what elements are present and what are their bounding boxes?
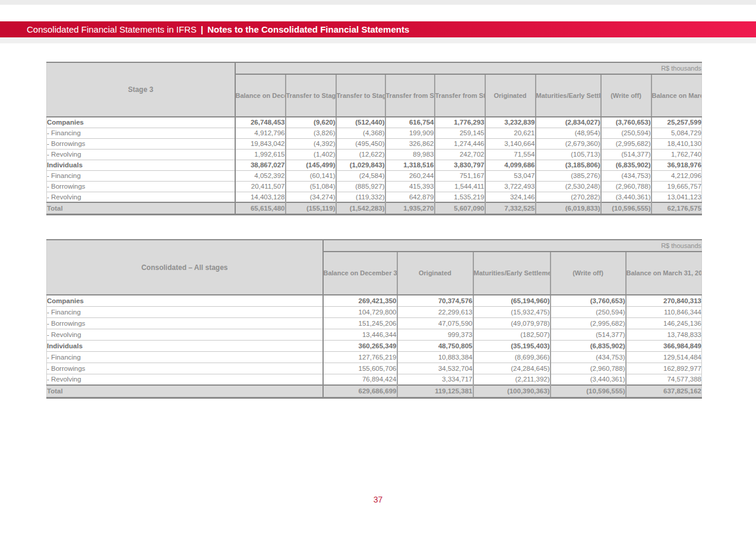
cell-value: 36,918,976 bbox=[651, 160, 702, 170]
column-header: Balance on December 31, 2023 bbox=[323, 252, 397, 295]
cell-value: 20,621 bbox=[485, 128, 536, 138]
cell-value: (1,029,843) bbox=[336, 160, 385, 170]
cell-value: (10,596,555) bbox=[601, 202, 651, 214]
column-header: (Write off) bbox=[601, 74, 651, 117]
cell-value: 19,665,757 bbox=[651, 181, 702, 192]
table-row: - Borrowings151,245,20647,075,590(49,079… bbox=[47, 317, 702, 329]
cell-value: 62,176,575 bbox=[651, 202, 702, 214]
unit-label: R$ thousands bbox=[235, 62, 702, 74]
cell-value: 14,403,128 bbox=[235, 192, 286, 202]
column-header: Originated bbox=[397, 252, 473, 295]
cell-value: (1,402) bbox=[286, 149, 336, 160]
row-label: Total bbox=[47, 202, 235, 214]
cell-value: (10,596,555) bbox=[551, 385, 626, 398]
cell-value: 360,265,349 bbox=[323, 340, 397, 351]
cell-value: 751,167 bbox=[435, 170, 485, 181]
table-row: - Revolving13,446,344999,373(182,507)(51… bbox=[47, 329, 702, 340]
cell-value: 22,299,613 bbox=[397, 306, 473, 317]
cell-value: (2,530,248) bbox=[536, 181, 601, 192]
column-header: Balance on March 31, 2024 bbox=[626, 252, 702, 295]
cell-value: 53,047 bbox=[485, 170, 536, 181]
table-row: - Financing104,729,80022,299,613(15,932,… bbox=[47, 306, 702, 317]
cell-value: (3,760,653) bbox=[551, 295, 626, 306]
row-label: - Revolving bbox=[47, 374, 323, 385]
cell-value: 259,145 bbox=[435, 128, 485, 138]
table-row: - Financing127,765,21910,883,384(8,699,3… bbox=[47, 351, 702, 363]
column-header: Transfer to Stage 2 bbox=[336, 74, 385, 117]
cell-value: 366,984,849 bbox=[626, 340, 702, 351]
cell-value: 25,257,599 bbox=[651, 117, 702, 128]
cell-value: 629,686,699 bbox=[323, 385, 397, 398]
row-label: Companies bbox=[47, 117, 235, 128]
cell-value: (3,440,361) bbox=[551, 374, 626, 385]
row-label: Total bbox=[47, 385, 323, 398]
column-header: Maturities/Early Settlements bbox=[473, 252, 551, 295]
row-label: - Borrowings bbox=[47, 363, 323, 374]
table-row: - Financing4,912,796(3,826)(4,368)199,90… bbox=[47, 128, 702, 138]
consolidated-all-stages-table: Consolidated – All stagesR$ thousandsBal… bbox=[46, 239, 702, 399]
cell-value: (48,954) bbox=[536, 128, 601, 138]
top-page-strip bbox=[0, 0, 756, 5]
total-row: Total65,615,480(155,119)(1,542,283)1,935… bbox=[47, 202, 702, 214]
unit-label: R$ thousands bbox=[323, 240, 702, 252]
header-sub-strip bbox=[0, 37, 756, 43]
cell-value: 71,554 bbox=[485, 149, 536, 160]
cell-value: (35,195,403) bbox=[473, 340, 551, 351]
column-header: Balance on December 31, 2023 bbox=[235, 74, 286, 117]
cell-value: 260,244 bbox=[385, 170, 435, 181]
cell-value: 129,514,484 bbox=[626, 351, 702, 363]
cell-value: (250,594) bbox=[601, 128, 651, 138]
cell-value: 13,041,123 bbox=[651, 192, 702, 202]
cell-value: 242,702 bbox=[435, 149, 485, 160]
cell-value: 155,605,706 bbox=[323, 363, 397, 374]
cell-value: 324,146 bbox=[485, 192, 536, 202]
row-label: - Revolving bbox=[47, 329, 323, 340]
cell-value: (155,119) bbox=[286, 202, 336, 214]
cell-value: 616,754 bbox=[385, 117, 435, 128]
cell-value: 4,052,392 bbox=[235, 170, 286, 181]
cell-value: (434,753) bbox=[601, 170, 651, 181]
cell-value: 65,615,480 bbox=[235, 202, 286, 214]
table-row: - Revolving1,992,615(1,402)(12,622)89,98… bbox=[47, 149, 702, 160]
cell-value: 48,750,805 bbox=[397, 340, 473, 351]
cell-value: 162,892,977 bbox=[626, 363, 702, 374]
cell-value: (34,274) bbox=[286, 192, 336, 202]
table-row: - Revolving14,403,128(34,274)(119,332)64… bbox=[47, 192, 702, 202]
cell-value: 637,825,162 bbox=[626, 385, 702, 398]
cell-value: (2,679,360) bbox=[536, 138, 601, 149]
cell-value: (2,960,788) bbox=[601, 181, 651, 192]
cell-value: (6,835,902) bbox=[551, 340, 626, 351]
financial-table: Consolidated – All stagesR$ thousandsBal… bbox=[46, 239, 702, 399]
cell-value: 47,075,590 bbox=[397, 317, 473, 329]
cell-value: 19,843,042 bbox=[235, 138, 286, 149]
cell-value: (514,377) bbox=[551, 329, 626, 340]
cell-value: 1,992,615 bbox=[235, 149, 286, 160]
table-title: Stage 3 bbox=[47, 62, 235, 117]
cell-value: (250,594) bbox=[551, 306, 626, 317]
page-number: 37 bbox=[0, 495, 756, 504]
column-header: Balance on March 31, 2024 bbox=[651, 74, 702, 117]
section-header-bar: Consolidated Financial Statements in IFR… bbox=[0, 21, 756, 37]
cell-value: 999,373 bbox=[397, 329, 473, 340]
row-label: - Revolving bbox=[47, 192, 235, 202]
cell-value: (24,584) bbox=[336, 170, 385, 181]
cell-value: 146,245,136 bbox=[626, 317, 702, 329]
row-label: - Borrowings bbox=[47, 138, 235, 149]
cell-value: 18,410,130 bbox=[651, 138, 702, 149]
cell-value: 13,446,344 bbox=[323, 329, 397, 340]
table-title: Consolidated – All stages bbox=[47, 240, 323, 295]
cell-value: 415,393 bbox=[385, 181, 435, 192]
column-header: Originated bbox=[485, 74, 536, 117]
cell-value: (2,960,788) bbox=[551, 363, 626, 374]
breadcrumb-separator: | bbox=[201, 24, 203, 34]
cell-value: 1,318,516 bbox=[385, 160, 435, 170]
table-row: - Borrowings19,843,042(4,392)(495,450)32… bbox=[47, 138, 702, 149]
cell-value: (100,390,363) bbox=[473, 385, 551, 398]
cell-value: (8,699,366) bbox=[473, 351, 551, 363]
cell-value: 5,084,729 bbox=[651, 128, 702, 138]
cell-value: (60,141) bbox=[286, 170, 336, 181]
cell-value: 110,846,344 bbox=[626, 306, 702, 317]
cell-value: 4,912,796 bbox=[235, 128, 286, 138]
cell-value: (182,507) bbox=[473, 329, 551, 340]
row-label: Companies bbox=[47, 295, 323, 306]
